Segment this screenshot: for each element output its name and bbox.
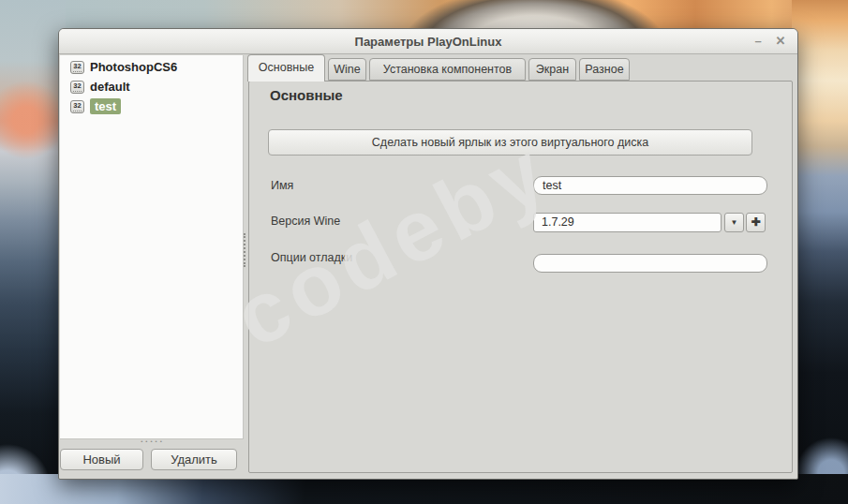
close-icon[interactable]: ✕	[771, 29, 790, 54]
debug-options-input[interactable]	[533, 254, 767, 273]
virtual-drive-list: 32 PhotoshopCS6 32 default 32 test	[60, 55, 244, 439]
list-item-photoshopcs6[interactable]: 32 PhotoshopCS6	[60, 57, 243, 77]
name-label: Имя	[271, 179, 293, 192]
list-item-test-selected[interactable]: 32 test	[60, 96, 243, 116]
tab-display[interactable]: Экран	[528, 58, 576, 81]
window-titlebar[interactable]: Параметры PlayOnLinux – ✕	[59, 29, 797, 54]
arch-32bit-icon: 32	[70, 100, 84, 113]
arch-32bit-icon: 32	[70, 61, 84, 74]
desktop-background: Параметры PlayOnLinux – ✕ 32 PhotoshopCS…	[0, 0, 848, 504]
list-item-label: PhotoshopCS6	[90, 60, 177, 74]
add-wine-version-button[interactable]: ✚	[746, 213, 766, 232]
tab-miscellaneous[interactable]: Разное	[579, 58, 630, 81]
wallpaper-left-mountains	[0, 0, 66, 504]
wine-version-label: Версия Wine	[271, 215, 340, 228]
panel-heading: Основные	[270, 87, 343, 103]
list-item-default[interactable]: 32 default	[60, 77, 243, 96]
combobox-dropdown-button[interactable]: ▼	[724, 213, 744, 232]
new-button[interactable]: Новый	[60, 449, 143, 470]
make-shortcut-button[interactable]: Сделать новый ярлык из этого виртуальног…	[268, 129, 752, 156]
chevron-down-icon: ▼	[731, 218, 738, 227]
playonlinux-settings-window: Параметры PlayOnLinux – ✕ 32 PhotoshopCS…	[58, 28, 798, 480]
tab-install-components[interactable]: Установка компонентов	[369, 58, 526, 81]
minimize-icon[interactable]: –	[749, 29, 767, 54]
arch-32bit-icon: 32	[70, 81, 84, 94]
wallpaper-right-mountains	[792, 0, 848, 504]
delete-button[interactable]: Удалить	[151, 449, 237, 470]
list-item-label-selected: test	[90, 98, 121, 114]
wine-version-combobox[interactable]: 1.7.29	[533, 213, 722, 232]
tab-general[interactable]: Основные	[247, 54, 325, 82]
name-input[interactable]	[533, 176, 767, 195]
window-title: Параметры PlayOnLinux	[355, 35, 502, 49]
plus-icon: ✚	[751, 215, 760, 229]
debug-options-label: Опции отладки	[271, 251, 352, 264]
list-item-label: default	[90, 80, 130, 94]
vertical-splitter-grip[interactable]	[244, 233, 245, 267]
tab-wine[interactable]: Wine	[328, 58, 366, 81]
general-tab-panel: Основные Сделать новый ярлык из этого ви…	[248, 81, 793, 473]
horizontal-splitter-grip[interactable]: •••••	[132, 438, 173, 444]
